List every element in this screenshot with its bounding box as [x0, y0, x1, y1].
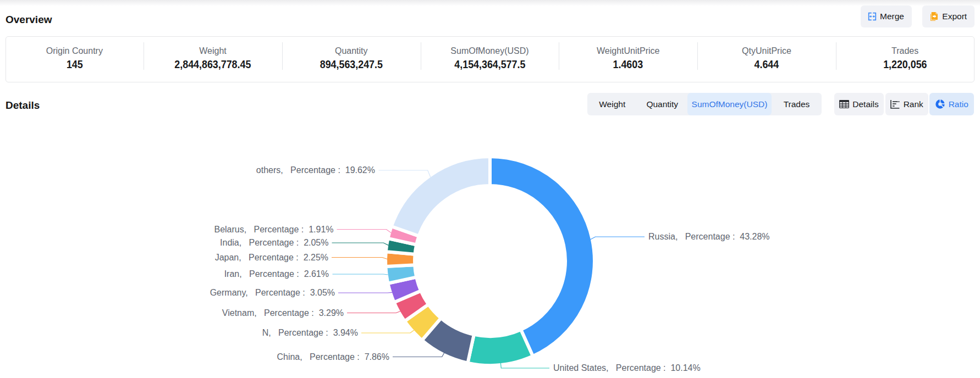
- svg-text:Vietnam, Percentage : 3.29%: Vietnam, Percentage : 3.29%: [222, 308, 344, 318]
- svg-text:India, Percentage : 2.05%: India, Percentage : 2.05%: [220, 238, 328, 247]
- svg-text:Belarus, Percentage : 1.91%: Belarus, Percentage : 1.91%: [214, 225, 333, 234]
- svg-text:China, Percentage : 7.86%: China, Percentage : 7.86%: [277, 352, 389, 362]
- svg-text:Iran, Percentage : 2.61%: Iran, Percentage : 2.61%: [224, 269, 329, 279]
- svg-text:Germany, Percentage : 3.05%: Germany, Percentage : 3.05%: [210, 288, 335, 297]
- svg-text:United States, Percentage :: United States, Percentage : 10.14%: [553, 363, 701, 373]
- svg-text:Russia, Percentage : 43.28%: Russia, Percentage : 43.28%: [648, 232, 770, 241]
- svg-text:others, Percentage : 19.62%: others, Percentage : 19.62%: [256, 165, 375, 175]
- svg-text:N, Percentage : 3.94%: N, Percentage : 3.94%: [262, 328, 358, 337]
- svg-text:Japan, Percentage : 2.25%: Japan, Percentage : 2.25%: [215, 253, 328, 262]
